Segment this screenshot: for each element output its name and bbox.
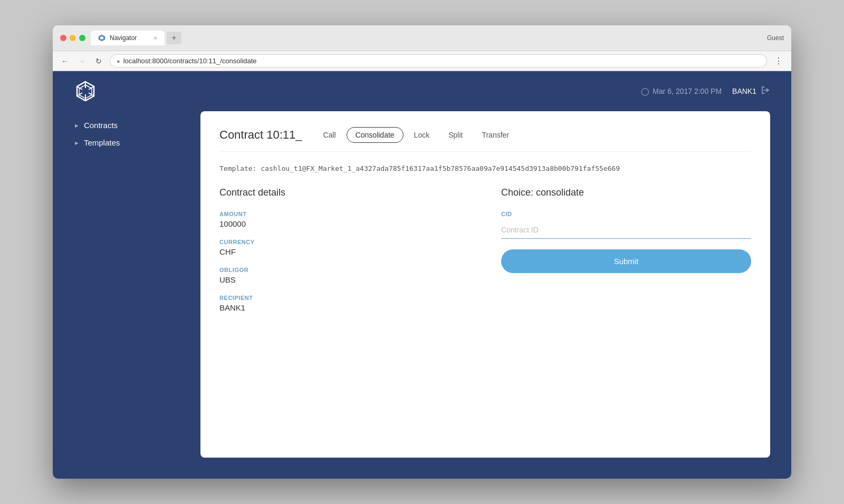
amount-label: AMOUNT	[219, 211, 469, 217]
currency-value: CHF	[219, 247, 469, 256]
sidebar-item-label: Templates	[84, 138, 120, 147]
url-bar[interactable]: ● localhost:8000/contracts/10:11_/consol…	[110, 54, 767, 67]
cid-input[interactable]	[501, 221, 751, 239]
browser-window: Navigator × + Guest ← → ↻ ● localhost:80…	[53, 25, 791, 479]
tab-consolidate[interactable]: Consolidate	[347, 127, 404, 143]
clock-icon: ◯	[641, 87, 649, 95]
lock-icon: ●	[117, 58, 120, 64]
forward-button[interactable]: →	[76, 55, 88, 67]
contract-tabs: Call Consolidate Lock Split Transfer	[315, 127, 517, 143]
app-logo	[74, 80, 97, 103]
sidebar-item-templates[interactable]: ► Templates	[74, 134, 190, 151]
obligor-value: UBS	[219, 275, 469, 284]
browser-menu-button[interactable]: ⋮	[772, 56, 785, 66]
chevron-right-icon: ►	[74, 122, 80, 129]
header-timestamp: ◯ Mar 6, 2017 2:00 PM	[641, 87, 722, 95]
currency-label: CURRENCY	[219, 239, 469, 245]
header-user: BANK1	[732, 85, 770, 97]
tab-transfer[interactable]: Transfer	[473, 128, 517, 142]
obligor-field: OBLIGOR UBS	[219, 267, 469, 284]
recipient-field: RECIPIENT BANK1	[219, 295, 469, 312]
tab-call[interactable]: Call	[315, 128, 344, 142]
choice-panel: Choice: consolidate CID Submit	[501, 187, 751, 323]
guest-label: Guest	[767, 34, 784, 42]
address-bar: ← → ↻ ● localhost:8000/contracts/10:11_/…	[53, 51, 791, 71]
main-panel: Contract 10:11_ Call Consolidate Lock Sp…	[200, 111, 770, 458]
recipient-value: BANK1	[219, 303, 469, 312]
url-text: localhost:8000/contracts/10:11_/consolid…	[123, 57, 257, 65]
back-button[interactable]: ←	[59, 55, 71, 67]
choice-title: Choice: consolidate	[501, 187, 751, 198]
template-line: Template: cashlou_t1@FX_Market_1_a4327ad…	[219, 164, 751, 172]
tab-split[interactable]: Split	[440, 128, 471, 142]
cid-label: CID	[501, 211, 751, 217]
main-layout: ► Contracts ► Templates Contract 10:11_ …	[53, 111, 791, 479]
chevron-right-icon: ►	[74, 140, 80, 146]
minimize-button[interactable]	[70, 35, 76, 41]
maximize-button[interactable]	[79, 35, 85, 41]
tab-favicon	[98, 34, 106, 42]
recipient-label: RECIPIENT	[219, 295, 469, 301]
traffic-lights	[60, 35, 85, 41]
obligor-label: OBLIGOR	[219, 267, 469, 273]
title-bar: Navigator × + Guest	[53, 25, 791, 51]
currency-field: CURRENCY CHF	[219, 239, 469, 256]
sidebar-item-label: Contracts	[84, 121, 118, 130]
new-tab-button[interactable]: +	[167, 32, 181, 44]
logout-icon[interactable]	[761, 85, 770, 97]
browser-tab[interactable]: Navigator ×	[91, 31, 165, 45]
tab-close-icon[interactable]: ×	[154, 35, 157, 41]
app-content: ◯ Mar 6, 2017 2:00 PM BANK1	[53, 71, 791, 479]
amount-field: AMOUNT 100000	[219, 211, 469, 228]
close-button[interactable]	[60, 35, 66, 41]
details-title: Contract details	[219, 187, 469, 198]
contract-title: Contract 10:11_	[219, 128, 302, 142]
sidebar-item-contracts[interactable]: ► Contracts	[74, 117, 190, 134]
amount-value: 100000	[219, 219, 469, 228]
contract-header: Contract 10:11_ Call Consolidate Lock Sp…	[219, 127, 751, 152]
tab-bar: Navigator × +	[91, 31, 762, 45]
contract-details: Contract details AMOUNT 100000 CURRENCY …	[219, 187, 469, 323]
header-right: ◯ Mar 6, 2017 2:00 PM BANK1	[641, 85, 770, 97]
tab-lock[interactable]: Lock	[406, 128, 438, 142]
reload-button[interactable]: ↻	[93, 55, 104, 67]
sidebar: ► Contracts ► Templates	[74, 111, 190, 458]
submit-button[interactable]: Submit	[501, 249, 751, 273]
tab-title: Navigator	[110, 34, 137, 42]
contract-body: Contract details AMOUNT 100000 CURRENCY …	[219, 187, 751, 323]
app-header: ◯ Mar 6, 2017 2:00 PM BANK1	[53, 71, 791, 111]
